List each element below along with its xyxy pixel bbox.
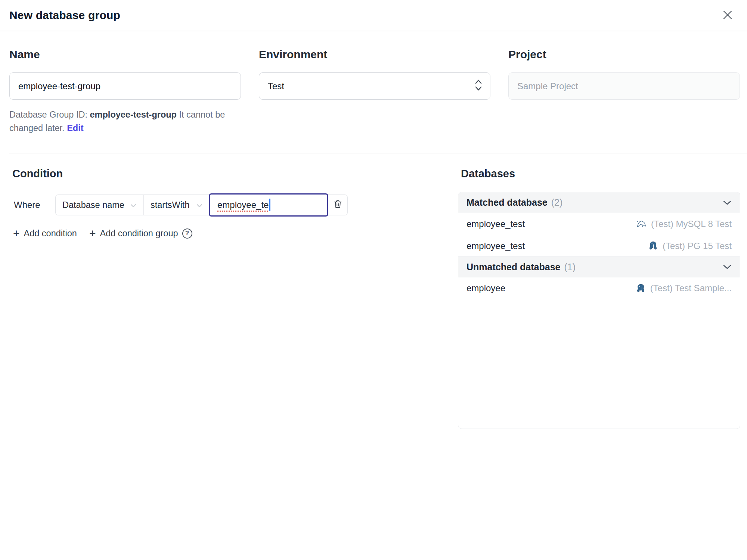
matched-database-row: employee_test (Test) PG 15 Test: [458, 235, 740, 256]
plus-icon: +: [13, 228, 20, 239]
add-condition-group-label: Add condition group: [100, 228, 178, 239]
add-condition-group-button[interactable]: + Add condition group: [89, 228, 178, 239]
group-id-value: employee-test-group: [90, 110, 177, 119]
database-instance-label: (Test) Test Sample...: [650, 283, 732, 293]
condition-value-cell: employee_te: [210, 195, 328, 215]
add-condition-label: Add condition: [24, 228, 77, 239]
delete-condition-button[interactable]: [328, 195, 347, 215]
unmatched-database-row: employee (Test) Test Sample...: [458, 277, 740, 299]
project-field-group: Project Sample Project: [508, 48, 740, 135]
environment-selected-value: Test: [268, 81, 284, 91]
database-name: employee: [467, 283, 505, 293]
condition-factor-value: Database name: [62, 200, 124, 210]
unmatched-database-count: (1): [564, 262, 576, 273]
add-condition-button[interactable]: + Add condition: [13, 228, 77, 239]
condition-heading: Condition: [9, 167, 458, 180]
form-row: Name Database Group ID: employee-test-gr…: [9, 48, 747, 135]
trash-icon: [333, 199, 343, 211]
unmatched-database-label: Unmatched database: [467, 262, 560, 273]
page-title: New database group: [9, 9, 120, 22]
environment-select[interactable]: Test: [259, 72, 490, 100]
group-id-prefix: Database Group ID:: [9, 110, 87, 119]
unmatched-database-header[interactable]: Unmatched database (1): [458, 256, 740, 277]
mysql-icon: [636, 219, 647, 229]
project-selected-value: Sample Project: [517, 81, 578, 91]
plus-icon: +: [89, 228, 96, 239]
database-name: employee_test: [467, 219, 525, 229]
condition-section: Condition Where Database name startsWith: [9, 167, 458, 429]
text-caret: [269, 199, 270, 211]
name-input[interactable]: [9, 72, 241, 100]
chevron-down-icon: [196, 200, 203, 210]
matched-database-header[interactable]: Matched database (2): [458, 192, 740, 213]
chevron-down-icon: [130, 200, 137, 210]
database-name: employee_test: [467, 241, 525, 251]
select-arrows-icon: [474, 78, 483, 94]
condition-operator-dropdown[interactable]: startsWith: [144, 195, 210, 215]
close-icon: [722, 9, 734, 22]
name-label: Name: [9, 48, 241, 61]
environment-field-group: Environment Test: [259, 48, 490, 135]
condition-expression-group: Database name startsWith employee_te: [55, 195, 348, 215]
chevron-down-icon: [723, 264, 732, 270]
dialog-header: New database group: [0, 0, 747, 31]
group-id-helper: Database Group ID: employee-test-group I…: [9, 108, 245, 135]
databases-heading: Databases: [458, 167, 740, 180]
chevron-down-icon: [723, 200, 732, 205]
project-select[interactable]: Sample Project: [508, 72, 740, 100]
databases-section: Databases Matched database (2) employee_…: [458, 167, 740, 429]
databases-panel: Matched database (2) employee_test (Test…: [458, 192, 740, 429]
environment-label: Environment: [259, 48, 490, 61]
close-button[interactable]: [719, 7, 736, 24]
database-instance: (Test) MySQL 8 Test: [636, 219, 732, 229]
database-instance: (Test) Test Sample...: [636, 283, 732, 293]
postgresql-icon: [636, 283, 646, 293]
database-instance: (Test) PG 15 Test: [648, 241, 732, 251]
where-label: Where: [9, 195, 55, 215]
edit-group-id-link[interactable]: Edit: [67, 123, 83, 133]
condition-row: Where Database name startsWith emp: [9, 195, 458, 215]
matched-database-row: employee_test (Test) MySQL 8 Test: [458, 213, 740, 235]
project-label: Project: [508, 48, 740, 61]
help-icon[interactable]: ?: [182, 228, 192, 239]
section-divider: [9, 153, 747, 153]
matched-database-label: Matched database: [467, 197, 548, 208]
postgresql-icon: [648, 241, 658, 251]
name-field-group: Name Database Group ID: employee-test-gr…: [9, 48, 241, 135]
condition-factor-dropdown[interactable]: Database name: [56, 195, 144, 215]
condition-value-text: employee_te: [217, 200, 269, 210]
condition-actions: + Add condition + Add condition group ?: [9, 228, 458, 239]
database-instance-label: (Test) PG 15 Test: [663, 241, 732, 251]
database-instance-label: (Test) MySQL 8 Test: [651, 219, 732, 229]
lower-area: Condition Where Database name startsWith: [9, 167, 747, 429]
matched-database-count: (2): [551, 197, 563, 208]
condition-value-input[interactable]: employee_te: [209, 193, 328, 217]
condition-operator-value: startsWith: [151, 200, 189, 210]
